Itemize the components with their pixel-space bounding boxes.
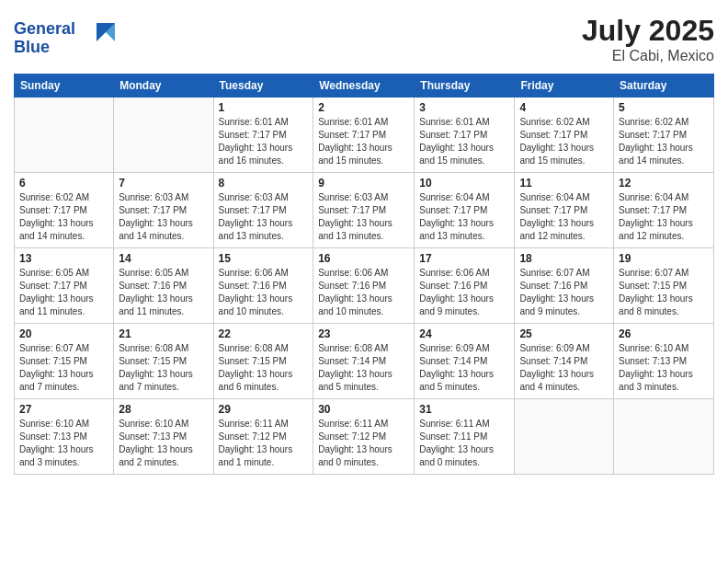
calendar-cell: 20Sunrise: 6:07 AM Sunset: 7:15 PM Dayli… — [15, 324, 114, 399]
day-number: 1 — [219, 101, 309, 114]
day-info: Sunrise: 6:06 AM Sunset: 7:16 PM Dayligh… — [219, 267, 309, 318]
day-number: 23 — [318, 327, 409, 340]
day-number: 20 — [19, 327, 108, 340]
calendar-cell: 11Sunrise: 6:04 AM Sunset: 7:17 PM Dayli… — [515, 173, 614, 248]
day-info: Sunrise: 6:10 AM Sunset: 7:13 PM Dayligh… — [119, 418, 208, 469]
calendar-cell — [515, 399, 614, 475]
day-number: 21 — [119, 327, 208, 340]
day-number: 24 — [419, 327, 509, 340]
calendar-cell: 26Sunrise: 6:10 AM Sunset: 7:13 PM Dayli… — [614, 324, 714, 399]
calendar-cell: 27Sunrise: 6:10 AM Sunset: 7:13 PM Dayli… — [15, 399, 114, 475]
day-header-sunday: Sunday — [15, 75, 114, 98]
day-info: Sunrise: 6:03 AM Sunset: 7:17 PM Dayligh… — [119, 191, 208, 243]
day-number: 25 — [519, 327, 609, 340]
day-info: Sunrise: 6:08 AM Sunset: 7:15 PM Dayligh… — [119, 342, 208, 394]
calendar-cell — [114, 98, 213, 173]
day-info: Sunrise: 6:02 AM Sunset: 7:17 PM Dayligh… — [519, 116, 609, 167]
day-info: Sunrise: 6:04 AM Sunset: 7:17 PM Dayligh… — [619, 191, 709, 243]
day-header-saturday: Saturday — [614, 75, 714, 98]
day-info: Sunrise: 6:04 AM Sunset: 7:17 PM Dayligh… — [519, 191, 609, 243]
day-number: 18 — [519, 252, 609, 265]
calendar-week-row: 20Sunrise: 6:07 AM Sunset: 7:15 PM Dayli… — [15, 324, 714, 399]
day-number: 13 — [19, 252, 108, 265]
day-number: 12 — [619, 177, 709, 190]
svg-text:General: General — [14, 19, 75, 38]
day-info: Sunrise: 6:07 AM Sunset: 7:15 PM Dayligh… — [619, 267, 709, 318]
day-info: Sunrise: 6:01 AM Sunset: 7:17 PM Dayligh… — [219, 116, 309, 167]
calendar-cell: 12Sunrise: 6:04 AM Sunset: 7:17 PM Dayli… — [614, 173, 714, 248]
day-number: 4 — [519, 101, 609, 114]
day-info: Sunrise: 6:09 AM Sunset: 7:14 PM Dayligh… — [519, 342, 609, 394]
calendar-cell: 29Sunrise: 6:11 AM Sunset: 7:12 PM Dayli… — [213, 399, 313, 475]
day-info: Sunrise: 6:01 AM Sunset: 7:17 PM Dayligh… — [318, 116, 409, 167]
calendar-cell: 10Sunrise: 6:04 AM Sunset: 7:17 PM Dayli… — [415, 173, 515, 248]
calendar-cell: 8Sunrise: 6:03 AM Sunset: 7:17 PM Daylig… — [213, 173, 313, 248]
day-number: 15 — [219, 252, 309, 265]
calendar-cell: 3Sunrise: 6:01 AM Sunset: 7:17 PM Daylig… — [415, 98, 515, 173]
calendar-cell: 14Sunrise: 6:05 AM Sunset: 7:16 PM Dayli… — [114, 248, 213, 324]
calendar-cell: 28Sunrise: 6:10 AM Sunset: 7:13 PM Dayli… — [114, 399, 213, 475]
day-header-friday: Friday — [515, 75, 614, 98]
day-number: 2 — [318, 101, 409, 114]
calendar-week-row: 27Sunrise: 6:10 AM Sunset: 7:13 PM Dayli… — [15, 399, 714, 475]
day-info: Sunrise: 6:10 AM Sunset: 7:13 PM Dayligh… — [19, 418, 108, 469]
calendar-cell — [15, 98, 114, 173]
calendar-cell: 22Sunrise: 6:08 AM Sunset: 7:15 PM Dayli… — [213, 324, 313, 399]
calendar-cell: 24Sunrise: 6:09 AM Sunset: 7:14 PM Dayli… — [415, 324, 515, 399]
header: General Blue July 2025 El Cabi, Mexico — [14, 14, 714, 64]
day-info: Sunrise: 6:09 AM Sunset: 7:14 PM Dayligh… — [419, 342, 509, 394]
day-number: 3 — [419, 101, 509, 114]
day-header-wednesday: Wednesday — [313, 75, 415, 98]
calendar-cell: 17Sunrise: 6:06 AM Sunset: 7:16 PM Dayli… — [415, 248, 515, 324]
calendar-week-row: 6Sunrise: 6:02 AM Sunset: 7:17 PM Daylig… — [15, 173, 714, 248]
day-number: 8 — [219, 177, 309, 190]
calendar-cell: 16Sunrise: 6:06 AM Sunset: 7:16 PM Dayli… — [313, 248, 415, 324]
day-info: Sunrise: 6:02 AM Sunset: 7:17 PM Dayligh… — [19, 191, 108, 243]
location-title: El Cabi, Mexico — [582, 48, 714, 64]
day-number: 31 — [419, 403, 509, 416]
day-number: 30 — [318, 403, 409, 416]
day-number: 14 — [119, 252, 208, 265]
calendar-cell: 7Sunrise: 6:03 AM Sunset: 7:17 PM Daylig… — [114, 173, 213, 248]
calendar-cell: 13Sunrise: 6:05 AM Sunset: 7:17 PM Dayli… — [15, 248, 114, 324]
calendar-cell: 15Sunrise: 6:06 AM Sunset: 7:16 PM Dayli… — [213, 248, 313, 324]
day-info: Sunrise: 6:07 AM Sunset: 7:15 PM Dayligh… — [19, 342, 108, 394]
calendar-cell: 23Sunrise: 6:08 AM Sunset: 7:14 PM Dayli… — [313, 324, 415, 399]
day-number: 17 — [419, 252, 509, 265]
day-number: 9 — [318, 177, 409, 190]
calendar-cell: 4Sunrise: 6:02 AM Sunset: 7:17 PM Daylig… — [515, 98, 614, 173]
day-info: Sunrise: 6:08 AM Sunset: 7:15 PM Dayligh… — [219, 342, 309, 394]
calendar-cell: 25Sunrise: 6:09 AM Sunset: 7:14 PM Dayli… — [515, 324, 614, 399]
calendar-cell: 9Sunrise: 6:03 AM Sunset: 7:17 PM Daylig… — [313, 173, 415, 248]
day-number: 7 — [119, 177, 208, 190]
logo: General Blue — [14, 14, 115, 63]
calendar-cell: 18Sunrise: 6:07 AM Sunset: 7:16 PM Dayli… — [515, 248, 614, 324]
day-number: 6 — [19, 177, 108, 190]
day-info: Sunrise: 6:07 AM Sunset: 7:16 PM Dayligh… — [519, 267, 609, 318]
day-number: 27 — [19, 403, 108, 416]
day-info: Sunrise: 6:03 AM Sunset: 7:17 PM Dayligh… — [318, 191, 409, 243]
calendar-cell — [614, 399, 714, 475]
page-container: General Blue July 2025 El Cabi, Mexico S… — [0, 0, 728, 484]
day-number: 28 — [119, 403, 208, 416]
day-info: Sunrise: 6:11 AM Sunset: 7:12 PM Dayligh… — [318, 418, 409, 469]
day-number: 11 — [519, 177, 609, 190]
day-info: Sunrise: 6:05 AM Sunset: 7:16 PM Dayligh… — [119, 267, 208, 318]
calendar-cell: 30Sunrise: 6:11 AM Sunset: 7:12 PM Dayli… — [313, 399, 415, 475]
calendar-header-row: SundayMondayTuesdayWednesdayThursdayFrid… — [15, 75, 714, 98]
logo-icon: General Blue — [14, 14, 115, 60]
calendar-week-row: 1Sunrise: 6:01 AM Sunset: 7:17 PM Daylig… — [15, 98, 714, 173]
calendar-cell: 1Sunrise: 6:01 AM Sunset: 7:17 PM Daylig… — [213, 98, 313, 173]
calendar-cell: 2Sunrise: 6:01 AM Sunset: 7:17 PM Daylig… — [313, 98, 415, 173]
calendar-cell: 19Sunrise: 6:07 AM Sunset: 7:15 PM Dayli… — [614, 248, 714, 324]
day-info: Sunrise: 6:06 AM Sunset: 7:16 PM Dayligh… — [318, 267, 409, 318]
day-info: Sunrise: 6:11 AM Sunset: 7:11 PM Dayligh… — [419, 418, 509, 469]
calendar-week-row: 13Sunrise: 6:05 AM Sunset: 7:17 PM Dayli… — [15, 248, 714, 324]
svg-text:Blue: Blue — [14, 38, 50, 56]
day-info: Sunrise: 6:03 AM Sunset: 7:17 PM Dayligh… — [219, 191, 309, 243]
day-header-tuesday: Tuesday — [213, 75, 313, 98]
day-info: Sunrise: 6:08 AM Sunset: 7:14 PM Dayligh… — [318, 342, 409, 394]
day-number: 22 — [219, 327, 309, 340]
calendar-cell: 31Sunrise: 6:11 AM Sunset: 7:11 PM Dayli… — [415, 399, 515, 475]
calendar-table: SundayMondayTuesdayWednesdayThursdayFrid… — [14, 74, 714, 475]
